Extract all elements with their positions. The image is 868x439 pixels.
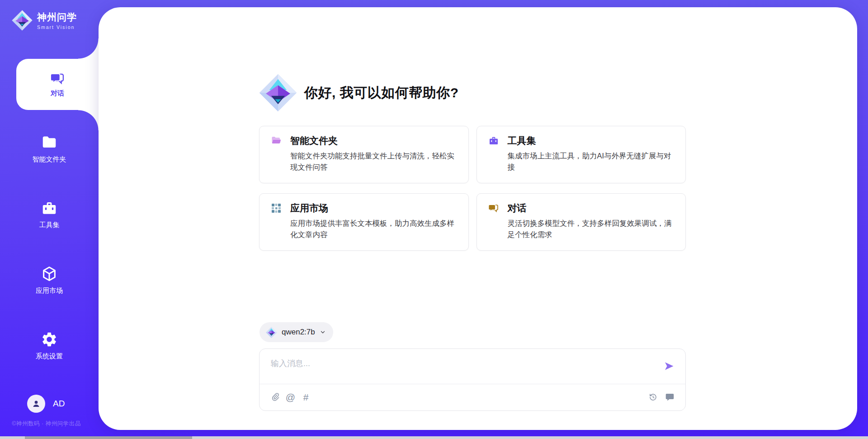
card-title: 对话 xyxy=(508,202,527,215)
card-smart-folder[interactable]: 智能文件夹 智能文件夹功能支持批量文件上传与清洗，轻松实现文件问答 xyxy=(259,126,469,183)
attachment-icon[interactable] xyxy=(270,392,280,402)
greeting: 你好, 我可以如何帮助你? xyxy=(259,74,459,112)
comment-icon[interactable] xyxy=(665,392,675,402)
brand-diamond-icon xyxy=(12,10,33,31)
card-description: 灵活切换多模型文件，支持多样回复效果调试，满足个性化需求 xyxy=(508,218,675,240)
card-head: 对话 xyxy=(488,202,675,215)
avatar xyxy=(27,395,45,413)
horizontal-scrollbar-thumb[interactable] xyxy=(25,436,192,439)
sidebar-item-chat-active-bump: 对话 xyxy=(16,59,99,110)
sidebar-item-toolset[interactable]: 工具集 xyxy=(0,200,99,229)
folder-open-icon xyxy=(271,135,282,146)
card-title: 智能文件夹 xyxy=(290,134,338,147)
sidebar-item-settings[interactable]: 系统设置 xyxy=(0,331,99,361)
sidebar-item-label: 应用市场 xyxy=(36,286,63,295)
topic-icon[interactable]: # xyxy=(301,392,311,402)
card-head: 智能文件夹 xyxy=(271,134,458,147)
toolbox-icon xyxy=(41,200,58,217)
brand-diamond-icon xyxy=(259,74,297,112)
brand-subtitle: Smart Vision xyxy=(37,24,77,30)
main-content: 你好, 我可以如何帮助你? 智能文件夹 智能文件夹功能支持批量文件上传与清洗，轻… xyxy=(259,7,686,430)
sidebar: 神州问学 Smart Vision 对话 智能文件夹 工具集 xyxy=(0,0,99,439)
toolbar-right xyxy=(648,392,675,402)
sidebar-item-label: 系统设置 xyxy=(36,352,63,361)
app-root: 神州问学 Smart Vision 对话 智能文件夹 工具集 xyxy=(0,0,868,439)
card-description: 智能文件夹功能支持批量文件上传与清洗，轻松实现文件问答 xyxy=(290,150,458,173)
sidebar-item-label: 智能文件夹 xyxy=(33,155,66,164)
card-app-market[interactable]: 应用市场 应用市场提供丰富长文本模板，助力高效生成多样化文章内容 xyxy=(259,193,469,251)
chat-icon xyxy=(488,203,499,214)
gear-icon xyxy=(41,331,58,348)
card-chat[interactable]: 对话 灵活切换多模型文件，支持多样回复效果调试，满足个性化需求 xyxy=(476,193,686,251)
model-selector[interactable]: qwen2:7b xyxy=(259,322,333,342)
cube-icon xyxy=(41,265,58,282)
sidebar-item-chat[interactable]: 对话 xyxy=(16,59,99,110)
composer-input-area xyxy=(259,349,685,384)
sidebar-item-smart-folder[interactable]: 智能文件夹 xyxy=(0,134,99,164)
brand-text: 神州问学 Smart Vision xyxy=(37,11,77,30)
horizontal-scrollbar-track[interactable] xyxy=(0,436,868,439)
composer-toolbar: @ # xyxy=(259,384,685,410)
folder-icon xyxy=(41,134,58,151)
brand-diamond-icon xyxy=(266,327,277,338)
send-icon[interactable] xyxy=(664,361,675,372)
card-toolset[interactable]: 工具集 集成市场上主流工具，助力AI与外界无缝扩展与对接 xyxy=(476,126,686,183)
card-description: 应用市场提供丰富长文本模板，助力高效生成多样化文章内容 xyxy=(290,218,458,240)
card-head: 应用市场 xyxy=(271,202,458,215)
user-profile[interactable]: AD xyxy=(27,395,65,413)
card-title: 应用市场 xyxy=(290,202,328,215)
message-input[interactable] xyxy=(259,349,648,381)
card-title: 工具集 xyxy=(508,134,536,147)
card-head: 工具集 xyxy=(488,134,675,147)
model-name: qwen2:7b xyxy=(282,328,315,337)
message-composer: @ # xyxy=(259,348,686,411)
sidebar-footer: ©神州数码 · 神州问学出品 xyxy=(0,420,93,428)
main-panel: 你好, 我可以如何帮助你? 智能文件夹 智能文件夹功能支持批量文件上传与清洗，轻… xyxy=(99,7,857,430)
mention-icon[interactable]: @ xyxy=(286,392,295,402)
sidebar-item-app-market[interactable]: 应用市场 xyxy=(0,265,99,295)
feature-cards: 智能文件夹 智能文件夹功能支持批量文件上传与清洗，轻松实现文件问答 工具集 xyxy=(259,126,686,251)
chevron-down-icon xyxy=(320,329,326,335)
chat-icon xyxy=(50,71,65,86)
person-icon xyxy=(31,399,41,409)
sidebar-item-label: 工具集 xyxy=(39,221,60,229)
brand-logo: 神州问学 Smart Vision xyxy=(12,10,77,31)
history-icon[interactable] xyxy=(648,392,658,402)
greeting-title: 你好, 我可以如何帮助你? xyxy=(304,84,459,102)
toolbox-icon xyxy=(488,135,499,146)
user-name: AD xyxy=(53,399,65,409)
grid-icon xyxy=(271,203,282,214)
card-description: 集成市场上主流工具，助力AI与外界无缝扩展与对接 xyxy=(508,150,675,173)
brand-title: 神州问学 xyxy=(37,11,77,24)
sidebar-item-label: 对话 xyxy=(51,89,64,98)
